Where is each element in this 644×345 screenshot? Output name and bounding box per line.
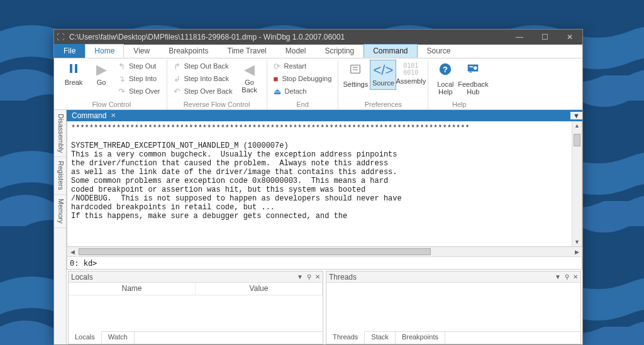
scroll-thumb[interactable] xyxy=(574,134,580,146)
step-over-button[interactable]: ↷Step Over xyxy=(116,85,163,97)
minimize-button[interactable]: — xyxy=(507,30,532,45)
step-out-button[interactable]: ↰Step Out xyxy=(116,60,163,72)
horizontal-scrollbar[interactable]: ◀ ▶ xyxy=(67,247,582,257)
pause-icon xyxy=(68,62,79,77)
stop-button[interactable]: ■Stop Debugging xyxy=(271,72,335,85)
ribbon: Break ▶ Go ↰Step Out ↴Step Into ↷Step Ov… xyxy=(54,58,582,110)
svg-rect-0 xyxy=(70,64,72,73)
scroll-up-icon[interactable]: ▲ xyxy=(574,121,580,130)
tab-file[interactable]: File xyxy=(54,44,85,58)
sidetab-disassembly[interactable]: Disassembly xyxy=(54,110,66,157)
go-back-button[interactable]: ◀ Go Back xyxy=(236,60,263,96)
tab-source[interactable]: Source xyxy=(418,44,460,58)
scroll-left-icon[interactable]: ◀ xyxy=(67,247,77,256)
group-help: ? Local Help Feedback Hub Help xyxy=(428,60,490,109)
locals-body[interactable] xyxy=(69,295,323,331)
tab-home[interactable]: Home xyxy=(85,44,124,58)
locals-header[interactable]: Locals ▼ ⚲ ✕ xyxy=(69,271,323,283)
col-name[interactable]: Name xyxy=(69,283,196,295)
locals-columns: Name Value xyxy=(69,283,323,295)
help-icon: ? xyxy=(438,62,452,79)
sidetab-memory[interactable]: Memory xyxy=(54,195,66,228)
maximize-button[interactable]: ☐ xyxy=(532,30,557,45)
content-area: Disassembly Registers Memory Command ✕ ▼… xyxy=(54,110,582,344)
group-label: Help xyxy=(432,99,486,109)
tab-threads[interactable]: Threads xyxy=(326,331,365,344)
tab-breakpoints[interactable]: Breakpoints xyxy=(159,44,218,58)
side-tabs: Disassembly Registers Memory xyxy=(54,110,67,344)
sidetab-registers[interactable]: Registers xyxy=(54,157,66,194)
command-panel: ****************************************… xyxy=(67,121,582,247)
step-out-icon: ↰ xyxy=(118,62,125,71)
local-help-button[interactable]: ? Local Help xyxy=(432,60,458,98)
step-into-icon: ↴ xyxy=(118,74,125,84)
bottom-panes: Locals ▼ ⚲ ✕ Name Value Locals Watch xyxy=(67,270,582,344)
vertical-scrollbar[interactable]: ▲ ▼ xyxy=(572,121,582,246)
assembly-icon: 01010010 xyxy=(403,62,418,76)
command-tab-title[interactable]: Command ✕ xyxy=(67,111,118,120)
pin-icon[interactable]: ⚲ xyxy=(307,273,311,280)
detach-icon: ⏏ xyxy=(274,87,281,96)
scroll-down-icon[interactable]: ▼ xyxy=(574,238,580,246)
break-button[interactable]: Break xyxy=(60,60,87,89)
svg-rect-2 xyxy=(351,65,360,74)
group-label: Reverse Flow Control xyxy=(171,99,263,109)
step-over-back-button[interactable]: ↶Step Over Back xyxy=(171,85,235,97)
dropdown-icon[interactable]: ▼ xyxy=(297,273,303,280)
detach-button[interactable]: ⏏Detach xyxy=(271,85,335,97)
step-out-back-button[interactable]: ↱Step Out Back xyxy=(171,60,235,72)
ribbon-tabs: File Home View Breakpoints Time Travel M… xyxy=(54,45,582,58)
close-button[interactable]: ✕ xyxy=(557,30,582,45)
panel-dropdown-icon[interactable]: ▼ xyxy=(570,112,582,119)
tab-timetravel[interactable]: Time Travel xyxy=(218,44,276,58)
feedback-icon xyxy=(466,62,480,79)
threads-bottom-tabs: Threads Stack Breakpoints xyxy=(326,331,580,344)
feedback-button[interactable]: Feedback Hub xyxy=(460,60,486,98)
svg-rect-8 xyxy=(470,66,474,67)
tab-bp[interactable]: Breakpoints xyxy=(396,332,445,344)
go-button[interactable]: ▶ Go xyxy=(88,60,114,89)
group-reverse-flow: ↱Step Out Back ↲Step Into Back ↶Step Ove… xyxy=(167,60,267,109)
dropdown-icon[interactable]: ▼ xyxy=(555,273,561,280)
titlebar[interactable]: ⛶ C:\Users\fatiw\Desktop\DMPfiles\111816… xyxy=(54,30,582,45)
step-over-icon: ↷ xyxy=(118,87,125,96)
group-flow-control: Break ▶ Go ↰Step Out ↴Step Into ↷Step Ov… xyxy=(57,60,167,109)
tab-command[interactable]: Command xyxy=(364,44,417,58)
threads-header[interactable]: Threads ▼ ⚲ ✕ xyxy=(326,271,580,283)
windbg-window: ⛶ C:\Users\fatiw\Desktop\DMPfiles\111816… xyxy=(53,29,583,345)
col-value[interactable]: Value xyxy=(196,283,323,295)
tab-stack[interactable]: Stack xyxy=(365,332,396,344)
assembly-button[interactable]: 01010010 Assembly xyxy=(397,60,424,87)
tab-watch[interactable]: Watch xyxy=(102,332,135,344)
source-icon: </> xyxy=(373,63,393,78)
close-icon[interactable]: ✕ xyxy=(573,273,578,280)
command-input-row: 0: kd> xyxy=(67,257,582,270)
svg-rect-1 xyxy=(75,64,77,73)
group-label: Flow Control xyxy=(60,99,163,109)
restart-button[interactable]: ⟳Restart xyxy=(271,60,335,72)
tab-model[interactable]: Model xyxy=(276,44,316,58)
restart-icon: ⟳ xyxy=(274,62,280,71)
pin-icon[interactable]: ⚲ xyxy=(565,273,569,280)
settings-button[interactable]: Settings xyxy=(342,60,369,90)
step-into-button[interactable]: ↴Step Into xyxy=(116,72,163,85)
command-output[interactable]: ****************************************… xyxy=(67,121,572,246)
threads-pane: Threads ▼ ⚲ ✕ Threads Stack Breakpoints xyxy=(326,271,581,344)
step-over-back-icon: ↶ xyxy=(174,87,180,96)
tab-locals[interactable]: Locals xyxy=(69,331,102,344)
close-icon[interactable]: ✕ xyxy=(315,273,320,280)
locals-bottom-tabs: Locals Watch xyxy=(69,331,323,344)
threads-body[interactable] xyxy=(326,283,580,331)
step-into-back-button[interactable]: ↲Step Into Back xyxy=(171,72,235,85)
command-panel-header: Command ✕ ▼ xyxy=(67,110,582,121)
tab-view[interactable]: View xyxy=(124,44,159,58)
scroll-right-icon[interactable]: ▶ xyxy=(572,247,582,256)
tab-scripting[interactable]: Scripting xyxy=(315,44,364,58)
source-button[interactable]: </> Source xyxy=(370,60,396,90)
group-label: End xyxy=(271,99,335,109)
scroll-thumb[interactable] xyxy=(79,248,431,255)
command-input[interactable] xyxy=(99,257,582,269)
locals-pane: Locals ▼ ⚲ ✕ Name Value Locals Watch xyxy=(68,271,323,344)
back-icon: ◀ xyxy=(244,62,255,77)
close-icon[interactable]: ✕ xyxy=(111,112,116,119)
